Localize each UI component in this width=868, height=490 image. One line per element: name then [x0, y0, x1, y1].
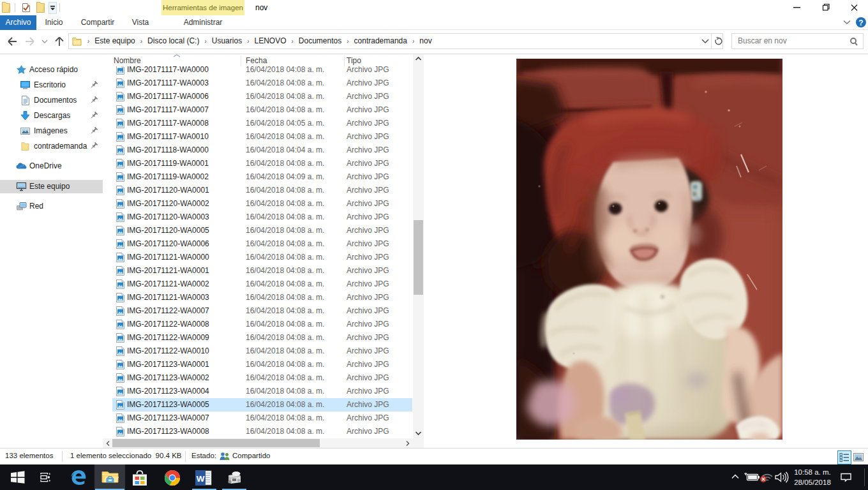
svg-text:10:58 a. m.: 10:58 a. m. [794, 468, 831, 476]
svg-text:W: W [197, 474, 205, 484]
svg-text:28/05/2018: 28/05/2018 [794, 479, 831, 486]
svg-text:?: ? [858, 19, 863, 27]
